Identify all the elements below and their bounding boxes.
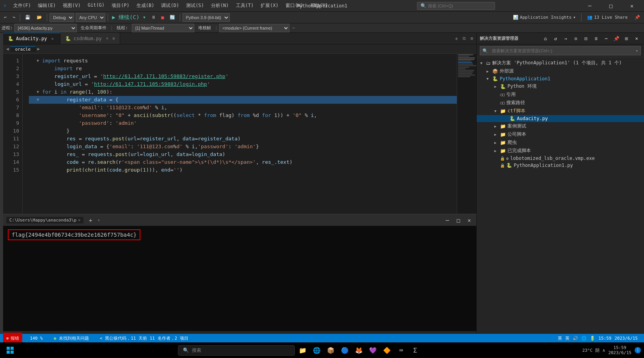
taskbar-app3[interactable]: 🦊	[353, 344, 365, 356]
sidebar-home-icon[interactable]: ⌂	[541, 34, 550, 43]
taskbar-terminal[interactable]: ⌨	[395, 344, 407, 356]
sidebar-pin-icon[interactable]: 📌	[612, 34, 621, 43]
menu-view[interactable]: 视图(V)	[60, 2, 84, 10]
terminal-tab-main[interactable]: C:\Users\Happy\anaconda3\p ×	[6, 217, 83, 223]
taskbar-app5[interactable]: 🔶	[381, 344, 393, 356]
menu-analyze[interactable]: 分析(N)	[208, 2, 232, 10]
menu-edit[interactable]: 编辑(E)	[35, 2, 59, 10]
menu-test[interactable]: 测试(S)	[183, 2, 207, 10]
separator-1	[20, 14, 20, 21]
status-error-section[interactable]: ⊗ 报错	[3, 333, 22, 344]
tree-solution-root[interactable]: ▼ 🗂 解决方案 'PythonApplication1' (1 个项目, 共 …	[477, 59, 644, 67]
fold-5[interactable]: ▼	[37, 88, 42, 96]
menu-debug[interactable]: 调试(D)	[158, 2, 182, 10]
tree-audacity-file[interactable]: 🐍 Audacity.py	[477, 115, 644, 122]
menu-tools[interactable]: 工具(T)	[233, 2, 257, 10]
taskbar-app4[interactable]: 💜	[367, 344, 379, 356]
tab-close-csdnnum[interactable]: ×	[104, 35, 110, 42]
toolbar-save[interactable]: 💾	[23, 14, 33, 21]
toolbar-restart[interactable]: 🔄	[167, 14, 177, 21]
tree-search-path[interactable]: ○□ 搜索路径	[477, 99, 644, 107]
split-editor-icon[interactable]: ⧉	[461, 36, 467, 41]
terminal-content[interactable]: flag{2494e4bf06734c39be2e1626f757ba4c}	[3, 226, 476, 243]
thread-separator2: |	[215, 25, 218, 30]
tree-completed[interactable]: ▶ 📁 已完成脚本	[477, 147, 644, 155]
toolbar-undo[interactable]: ↩	[2, 14, 9, 21]
menu-git[interactable]: Git(G)	[85, 2, 108, 10]
tree-case-test[interactable]: ▶ 📁 案例测试	[477, 122, 644, 130]
taskbar-browser-icon[interactable]: 🌐	[310, 344, 323, 356]
sidebar-collapse-icon[interactable]: ⊟	[582, 34, 590, 43]
sidebar-float-icon[interactable]: ⊞	[622, 34, 631, 43]
python-version-select[interactable]: Python 3.9 (64-bit)	[183, 13, 230, 22]
sidebar-refresh-icon[interactable]: ↺	[551, 34, 560, 43]
thread-select[interactable]: [1] MainThread	[132, 24, 194, 32]
tree-ref[interactable]: ○□ 引用	[477, 90, 644, 99]
maximize-button[interactable]: □	[602, 0, 620, 12]
fold-1[interactable]: ▼	[37, 57, 42, 65]
frame-select[interactable]: <module> (Current frame)	[219, 24, 289, 32]
fold-6[interactable]: ▼	[37, 96, 42, 104]
menu-file[interactable]: 文件(F)	[10, 2, 34, 10]
taskbar-app2[interactable]: 🔵	[339, 344, 351, 356]
sidebar-dots-icon[interactable]: ⋯	[602, 34, 610, 43]
taskbar-sigma[interactable]: Σ	[409, 344, 421, 356]
menu-project[interactable]: 项目(P)	[108, 2, 133, 10]
toolbar-step-over[interactable]: ⏸	[149, 14, 158, 21]
play-button[interactable]: ▶ 继续(C) ▾	[110, 14, 147, 21]
cpu-select[interactable]: Any CPU	[76, 13, 105, 22]
taskbar-file-explorer[interactable]: 📁	[296, 344, 309, 356]
terminal-close[interactable]: ×	[465, 216, 473, 224]
toolbar-pin[interactable]: 📌	[632, 14, 642, 21]
terminal-minimize[interactable]: ─	[444, 216, 451, 224]
tree-project[interactable]: ▼ 🐍 PythonApplication1	[477, 75, 644, 82]
stop-button[interactable]: ■	[160, 15, 165, 20]
terminal-add-button[interactable]: +	[87, 216, 94, 224]
tree-external[interactable]: ▶ 📦 外部源	[477, 67, 644, 75]
tab-close-audacity[interactable]: ×	[49, 35, 55, 42]
tab-audacity[interactable]: 🐍 Audacity.py ×	[3, 33, 60, 44]
code-editor[interactable]: ▼ import requests import re register_url…	[23, 54, 457, 214]
menu-bar: 文件(F) 编辑(E) 视图(V) Git(G) 项目(P) 生成(B) 调试(…	[10, 2, 332, 10]
sidebar-search-input[interactable]	[490, 47, 635, 54]
sidebar-arrow-icon[interactable]: →	[561, 34, 570, 43]
close-editors-icon[interactable]: ⊠	[469, 36, 475, 41]
menu-extensions[interactable]: 扩展(X)	[257, 2, 282, 10]
search-box[interactable]: 🔍	[417, 2, 495, 10]
app-insights-button[interactable]: 📊 Application Insights ▾	[510, 14, 579, 21]
close-button[interactable]: ✕	[623, 0, 641, 12]
tab-settings-icon[interactable]: ⚙	[113, 36, 115, 41]
sidebar-close-icon[interactable]: ×	[632, 34, 641, 43]
global-search-input[interactable]	[428, 4, 491, 8]
taskbar-app1[interactable]: 📦	[325, 344, 337, 356]
tree-python-env[interactable]: ▶ 🐍 Python 环境	[477, 82, 644, 90]
case-test-icon: 📁	[500, 124, 506, 129]
minimap	[457, 54, 476, 214]
terminal-tab-close[interactable]: ×	[78, 218, 80, 222]
start-button[interactable]	[3, 343, 17, 357]
menu-build[interactable]: 生成(B)	[133, 2, 158, 10]
code-line-1: ▼ import requests	[29, 57, 457, 65]
taskbar-notification[interactable]: 1	[635, 347, 641, 353]
code-line-7: 'email': '111@123.com%d' % i,	[29, 104, 457, 112]
minimize-button[interactable]: ─	[581, 0, 599, 12]
tree-company-scripts[interactable]: ▶ 📁 公司脚本	[477, 130, 644, 138]
toolbar-redo[interactable]: ↪	[11, 14, 18, 21]
tree-crawler[interactable]: ▶ 📁 爬虫	[477, 138, 644, 147]
debug-config-select[interactable]: Debug	[50, 13, 74, 22]
tree-vmp-file[interactable]: 🔒 ⚙ lobotomized_lsb_oracle.vmp.exe	[477, 155, 644, 162]
crawler-icon: 📁	[500, 140, 506, 145]
oracle-tab-item[interactable]: oracle	[11, 46, 36, 52]
terminal-maximize[interactable]: □	[454, 216, 462, 224]
tab-csdnnum[interactable]: 🐍 csdnNum.py × ⚙	[60, 33, 120, 44]
tree-ctf-folder[interactable]: ▼ 📁 ctf脚本	[477, 107, 644, 115]
tree-app-file[interactable]: 🔒 🐍 PythonApplication1.py	[477, 162, 644, 169]
process-select[interactable]: [4596] Audacity.py	[14, 24, 77, 32]
live-share-button[interactable]: 👥 13 Live Share	[584, 14, 631, 21]
sidebar-settings-icon[interactable]: ⚙	[571, 34, 580, 43]
sidebar-filter-icon[interactable]: ≡	[592, 34, 600, 43]
terminal-dropdown[interactable]: ▾	[98, 218, 100, 222]
toolbar-open[interactable]: 📂	[34, 14, 44, 21]
taskbar-search-box[interactable]: 🔍 搜索	[178, 345, 295, 356]
add-tab-icon[interactable]: +	[453, 35, 459, 42]
